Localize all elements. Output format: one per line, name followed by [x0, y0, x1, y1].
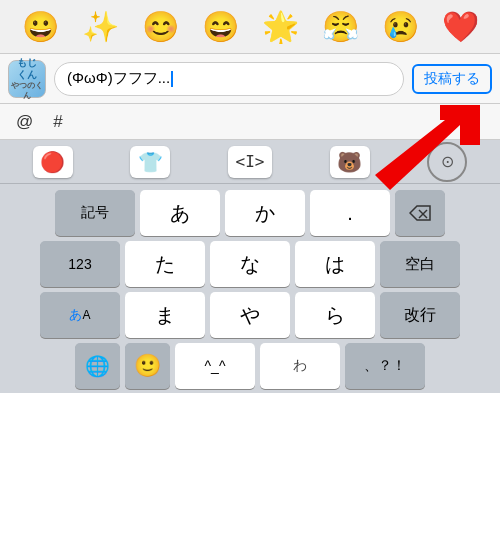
input-text: (ΦωΦ)フフフ... [67, 69, 170, 88]
kb-row-1: 記号 あ か . [3, 190, 497, 236]
kb-row-3: あA ま や ら 改行 [3, 292, 497, 338]
key-ta[interactable]: た [125, 241, 205, 287]
key-ma[interactable]: ま [125, 292, 205, 338]
kb-row-4: 🌐 🙂 ^_^ わ 、？！ [3, 343, 497, 389]
toolbar-alert-btn[interactable]: 🔴 [33, 146, 73, 178]
toolbar-shirt-btn[interactable]: 👕 [130, 146, 170, 178]
toolbar-expand-btn[interactable]: ⊙ [427, 142, 467, 182]
post-button[interactable]: 投稿する [412, 64, 492, 94]
text-input[interactable]: (ΦωΦ)フフフ... [54, 62, 404, 96]
emoji-6[interactable]: 😤 [322, 12, 359, 42]
key-ra[interactable]: ら [295, 292, 375, 338]
input-row: もじ くん やつのくん (ΦωΦ)フフフ... 投稿する [0, 54, 500, 104]
emoji-7[interactable]: 😢 [382, 12, 419, 42]
key-ka[interactable]: か [225, 190, 305, 236]
toolbar-bear-btn[interactable]: 🐻 [330, 146, 370, 178]
key-kaomoji[interactable]: ^_^ [175, 343, 255, 389]
emoji-1[interactable]: 😀 [22, 12, 59, 42]
key-globe[interactable]: 🌐 [75, 343, 120, 389]
app-icon: もじ くん やつのくん [8, 60, 46, 98]
keyboard-toolbar: 🔴 👕 <I> 🐻 ⊙ [0, 140, 500, 184]
key-emoji[interactable]: 🙂 [125, 343, 170, 389]
key-ha[interactable]: は [295, 241, 375, 287]
emoji-4[interactable]: 😄 [202, 12, 239, 42]
emoji-3[interactable]: 😊 [142, 12, 179, 42]
emoji-8[interactable]: ❤️ [442, 12, 479, 42]
key-aa[interactable]: あA [40, 292, 120, 338]
key-dot[interactable]: . [310, 190, 390, 236]
emoji-2[interactable]: ✨ [82, 12, 119, 42]
hash-symbol[interactable]: # [53, 112, 62, 132]
key-wa[interactable]: わ [260, 343, 340, 389]
page-wrapper: 😀 ✨ 😊 😄 🌟 😤 😢 ❤️ もじ くん やつのくん (ΦωΦ)フフフ...… [0, 0, 500, 548]
toolbar-cursor-btn[interactable]: <I> [228, 146, 272, 178]
key-123[interactable]: 123 [40, 241, 120, 287]
key-na[interactable]: な [210, 241, 290, 287]
emoji-bar: 😀 ✨ 😊 😄 🌟 😤 😢 ❤️ [0, 0, 500, 54]
key-delete[interactable] [395, 190, 445, 236]
key-return[interactable]: 改行 [380, 292, 460, 338]
key-ya[interactable]: や [210, 292, 290, 338]
kb-row-2: 123 た な は 空白 [3, 241, 497, 287]
key-a[interactable]: あ [140, 190, 220, 236]
key-punct[interactable]: 、？！ [345, 343, 425, 389]
symbols-row: @ # [0, 104, 500, 140]
emoji-5[interactable]: 🌟 [262, 12, 299, 42]
keyboard: 記号 あ か . 123 た な は 空白 あA ま [0, 184, 500, 393]
key-space[interactable]: 空白 [380, 241, 460, 287]
key-kigo[interactable]: 記号 [55, 190, 135, 236]
at-symbol[interactable]: @ [16, 112, 33, 132]
